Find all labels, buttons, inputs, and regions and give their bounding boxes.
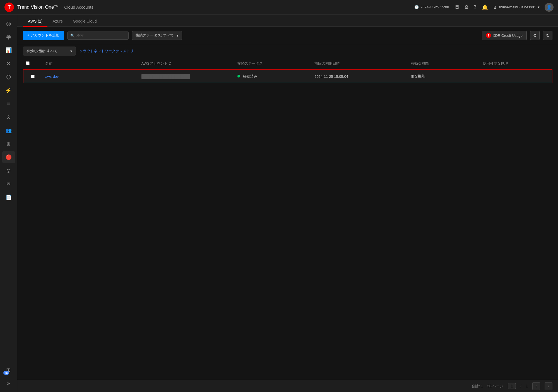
sidebar-item-reports[interactable]: ≡: [2, 98, 15, 110]
search-box: 🔍: [67, 32, 129, 40]
user-menu[interactable]: 🖥 shima-mainBusiness01 ▾: [493, 5, 540, 9]
current-page: 1: [508, 383, 516, 389]
sidebar-item-vault[interactable]: ⊛: [2, 138, 15, 150]
xdr-icon: T: [486, 33, 491, 38]
prev-page-button[interactable]: ‹: [532, 382, 540, 390]
col-header-name: 名前: [42, 58, 139, 70]
search-input[interactable]: [76, 33, 126, 38]
accounts-table: 名前 AWSアカウントID 接続ステータス 前回の同期日時 有効な機能 使用可能…: [23, 58, 552, 83]
chevron-down-icon: ▾: [70, 49, 72, 53]
add-account-button[interactable]: + アカウントを追加: [23, 31, 64, 40]
cloud-security-icon: 🔴: [6, 154, 12, 160]
row-features: 主な機能: [408, 70, 480, 83]
help-icon[interactable]: ?: [474, 4, 477, 10]
sidebar-item-people[interactable]: 👥: [2, 124, 15, 137]
settings-node-icon: ⊚: [6, 167, 11, 174]
col-header-checkbox: [23, 58, 42, 70]
top-header: T Trend Vision One™ Cloud Accounts 🕐 202…: [0, 0, 558, 14]
collapse-icon: »: [7, 380, 10, 386]
per-page-label: 50/ページ: [487, 384, 503, 389]
status-filter-dropdown[interactable]: 接続ステータス: すべて ▾: [132, 31, 182, 40]
file-icon: 📄: [6, 194, 12, 200]
people-icon: 👥: [6, 127, 12, 134]
select-all-checkbox[interactable]: [26, 61, 30, 65]
sidebar-item-dashboard[interactable]: ◎: [2, 17, 15, 30]
sidebar-collapse-button[interactable]: »: [2, 377, 15, 389]
prev-icon: ‹: [536, 384, 537, 388]
refresh-icon: ↻: [546, 33, 550, 38]
xdr-credit-usage-button[interactable]: T XDR Credit Usage: [482, 31, 527, 40]
vault-icon: ⊛: [6, 141, 11, 147]
row-checkbox[interactable]: [31, 75, 35, 78]
analytics-icon: 📊: [6, 47, 12, 53]
gear-icon: ⚙: [533, 33, 537, 38]
reports-icon: ≡: [7, 101, 10, 107]
datetime: 🕐 2024-11-25 15:08: [414, 5, 449, 9]
sidebar-item-cloud-security[interactable]: 🔴: [2, 151, 15, 163]
telemetry-link[interactable]: クラウドネットワークテレメトリ: [79, 49, 134, 54]
col-header-aws-id: AWSアカウントID: [139, 58, 235, 70]
sidebar-item-file[interactable]: 📄: [2, 191, 15, 204]
chevron-down-icon: ▾: [538, 5, 540, 9]
col-header-status: 接続ステータス: [235, 58, 312, 70]
toolbar: + アカウントを追加 🔍 接続ステータス: すべて ▾ T XDR Credit…: [17, 27, 558, 44]
col-header-actions: 使用可能な処理: [480, 58, 552, 70]
row-actions: [480, 70, 552, 83]
sidebar-item-extensions[interactable]: ⊞ 28: [2, 364, 15, 376]
next-page-button[interactable]: ›: [545, 382, 552, 390]
secondary-toolbar: 有効な機能: すべて ▾ クラウドネットワークテレメトリ: [17, 44, 558, 58]
col-header-last-sync: 前回の同期日時: [312, 58, 408, 70]
tab-google-cloud[interactable]: Google Cloud: [68, 16, 102, 27]
main-layout: ◎ ◉ 📊 ✕ ⬡ ⚡ ≡ ⊙ 👥 ⊛ 🔴: [0, 14, 558, 392]
logo: T: [4, 3, 14, 12]
page-separator: /: [520, 384, 521, 388]
feature-filter-dropdown[interactable]: 有効な機能: すべて ▾: [23, 47, 76, 55]
row-aws-id: ████████████: [139, 70, 235, 83]
dashboard-icon: ◎: [6, 20, 11, 27]
sidebar-item-search[interactable]: ⊙: [2, 111, 15, 123]
status-dot-icon: [237, 75, 240, 78]
status-filter-label: 接続ステータス: すべて: [136, 33, 174, 38]
header-right: 🕐 2024-11-25 15:08 🖥 ⚙ ? 🔔 🖥 shima-mainB…: [414, 3, 554, 12]
feature-filter-label: 有効な機能: すべて: [27, 49, 57, 54]
workbench-icon: ⬡: [6, 74, 11, 80]
x-icon: ✕: [6, 60, 11, 67]
sidebar-item-detection[interactable]: ✕: [2, 57, 15, 70]
sidebar-item-settings-node[interactable]: ⊚: [2, 164, 15, 177]
settings-button[interactable]: ⚙: [530, 31, 540, 40]
badge-28: 28: [3, 371, 9, 375]
table-row[interactable]: aws-dev ████████████ 接続済み 2024-11-25 15:…: [23, 70, 552, 83]
app-title: Trend Vision One™: [17, 4, 59, 10]
clock-icon: 🕐: [414, 5, 419, 9]
mail-icon: ✉: [6, 181, 11, 187]
sidebar-item-lightning[interactable]: ⚡: [2, 84, 15, 96]
network-icon[interactable]: ⚙: [464, 4, 469, 10]
footer: 合計: 1 50/ページ 1 / 1 ‹ ›: [17, 380, 558, 392]
table-container: 名前 AWSアカウントID 接続ステータス 前回の同期日時 有効な機能 使用可能…: [17, 58, 558, 380]
avatar[interactable]: 👤: [545, 3, 554, 12]
col-header-features: 有効な機能: [408, 58, 480, 70]
sidebar-item-mail[interactable]: ✉: [2, 178, 15, 190]
row-status: 接続済み: [235, 70, 312, 83]
tab-aws[interactable]: AWS (1): [23, 16, 47, 27]
bell-icon[interactable]: 🔔: [482, 4, 488, 10]
page-title: Cloud Accounts: [64, 5, 93, 9]
chevron-down-icon: ▾: [177, 33, 179, 38]
row-checkbox-cell: [23, 70, 42, 83]
refresh-button[interactable]: ↻: [543, 31, 552, 40]
row-name: aws-dev: [42, 70, 139, 83]
lightning-icon: ⚡: [5, 87, 12, 94]
tab-azure[interactable]: Azure: [47, 16, 68, 27]
monitor-icon[interactable]: 🖥: [454, 4, 459, 10]
sidebar-item-map[interactable]: ◉: [2, 31, 15, 43]
map-icon: ◉: [6, 33, 11, 40]
total-pages: 1: [526, 384, 528, 388]
tabs-bar: AWS (1) Azure Google Cloud: [17, 14, 558, 27]
next-icon: ›: [548, 384, 549, 388]
sidebar: ◎ ◉ 📊 ✕ ⬡ ⚡ ≡ ⊙ 👥 ⊛ 🔴: [0, 14, 17, 392]
monitor-small-icon: 🖥: [493, 5, 497, 9]
sidebar-item-workbench[interactable]: ⬡: [2, 71, 15, 83]
sidebar-item-analytics[interactable]: 📊: [2, 44, 15, 56]
content-area: AWS (1) Azure Google Cloud + アカウントを追加 🔍 …: [17, 14, 558, 392]
search-box-icon: 🔍: [70, 33, 75, 38]
